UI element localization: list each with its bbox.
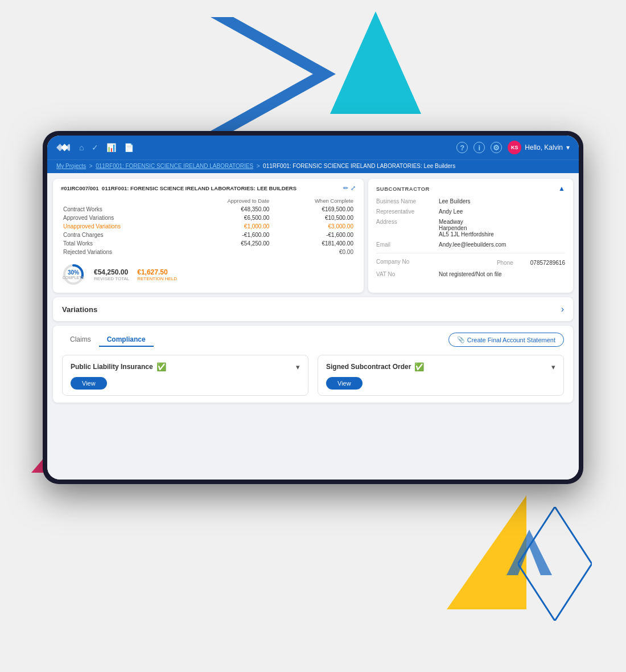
phone-label: Phone bbox=[497, 259, 513, 267]
paperclip-icon: 📎 bbox=[457, 336, 465, 343]
address-value: MeadwayHarpendenAL5 1JL Hertfordshire bbox=[439, 218, 565, 239]
row-complete: €0.00 bbox=[271, 248, 356, 256]
tabs: Claims Compliance bbox=[62, 333, 154, 347]
row-approved: €6,500.00 bbox=[181, 214, 271, 222]
breadcrumb-project[interactable]: 011RF001: FORENSIC SCIENCE IRELAND LABOR… bbox=[96, 163, 253, 169]
contract-footer: 30% COMPLETE €54,250.00 REVISED TOTAL €1… bbox=[61, 262, 356, 287]
subcontractor-title: SUBCONTRACTOR bbox=[376, 186, 430, 192]
compliance-item-chevron-icon[interactable]: ▾ bbox=[296, 363, 300, 371]
app-logo bbox=[56, 143, 70, 152]
table-row: Contra Charges -€1,600.00 -€1,600.00 bbox=[61, 231, 356, 239]
progress-percent: 30% bbox=[63, 269, 85, 276]
compliance-item-title-row: Public Liability Insurance ✅ bbox=[71, 362, 166, 371]
row-complete: -€1,600.00 bbox=[271, 231, 356, 239]
row-label: Total Works bbox=[61, 239, 181, 248]
contract-ref: #01IRC007/001 011RF001: FORENSIC SCIENCE… bbox=[61, 185, 296, 191]
create-final-account-button[interactable]: 📎 Create Final Account Statement bbox=[448, 333, 564, 347]
svg-marker-1 bbox=[330, 11, 421, 114]
device-frame: ⌂ ✓ 📊 📄 ? i ⚙ KS Hello, Kalvin ▾ My Proj… bbox=[43, 131, 583, 484]
progress-label-text: COMPLETE bbox=[63, 276, 85, 280]
settings-icon[interactable]: ⚙ bbox=[491, 142, 502, 153]
user-chevron-icon: ▾ bbox=[566, 144, 570, 151]
tabs-row: Claims Compliance 📎 Create Final Account… bbox=[62, 333, 564, 347]
subcontractor-header: SUBCONTRACTOR ▲ bbox=[376, 185, 565, 192]
col-header-label bbox=[61, 196, 181, 205]
retention-value: €1,627.50 bbox=[137, 268, 177, 276]
row-approved: €1,000.00 bbox=[181, 222, 271, 231]
info-icon[interactable]: i bbox=[473, 142, 485, 153]
revised-total-value: €54,250.00 bbox=[94, 268, 129, 276]
compliance-item-title: Signed Subcontract Order bbox=[326, 363, 411, 371]
expand-icon[interactable]: ⤢ bbox=[351, 185, 356, 192]
representative-value: Andy Lee bbox=[439, 207, 565, 216]
view-public-liability-button[interactable]: View bbox=[71, 377, 107, 390]
phone-value: 07857289616 bbox=[530, 259, 565, 267]
col-header-complete: When Complete bbox=[271, 196, 356, 205]
row-complete: €181,400.00 bbox=[271, 239, 356, 248]
subcontractor-card: SUBCONTRACTOR ▲ Business Name Lee Builde… bbox=[368, 179, 573, 293]
row-label: Contra Charges bbox=[61, 231, 181, 239]
compliance-check-icon: ✅ bbox=[414, 362, 424, 371]
variations-chevron-icon: › bbox=[561, 304, 564, 314]
row-approved: €54,250.00 bbox=[181, 239, 271, 248]
main-content: #01IRC007/001 011RF001: FORENSIC SCIENCE… bbox=[47, 173, 579, 480]
table-row: Contract Works €48,350.00 €169,500.00 bbox=[61, 205, 356, 214]
breadcrumb-my-projects[interactable]: My Projects bbox=[56, 163, 86, 169]
row-label: Contract Works bbox=[61, 205, 181, 214]
compliance-item-header: Signed Subcontract Order ✅ ▾ bbox=[326, 362, 555, 371]
variations-section[interactable]: Variations › bbox=[53, 297, 573, 321]
home-icon[interactable]: ⌂ bbox=[79, 143, 84, 152]
compliance-item-header: Public Liability Insurance ✅ ▾ bbox=[71, 362, 300, 371]
compliance-card: Claims Compliance 📎 Create Final Account… bbox=[53, 326, 573, 403]
svg-marker-8 bbox=[65, 144, 70, 151]
svg-marker-5 bbox=[506, 530, 552, 575]
tab-claims[interactable]: Claims bbox=[62, 333, 99, 347]
compliance-items: Public Liability Insurance ✅ ▾ View Sign… bbox=[62, 355, 564, 396]
address-label: Address bbox=[376, 218, 439, 239]
check-icon[interactable]: ✓ bbox=[92, 143, 98, 152]
chart-icon[interactable]: 📊 bbox=[106, 143, 116, 152]
breadcrumb-current: 011RF001: FORENSIC SCIENCE IRELAND LABOR… bbox=[263, 163, 455, 169]
file-icon[interactable]: 📄 bbox=[124, 143, 134, 152]
table-row: Approved Variations €6,500.00 €10,500.00 bbox=[61, 214, 356, 222]
row-label: Rejected Variations bbox=[61, 248, 181, 256]
user-avatar: KS bbox=[508, 141, 521, 154]
revised-total-label: REVISED TOTAL bbox=[94, 276, 129, 281]
compliance-item-public-liability: Public Liability Insurance ✅ ▾ View bbox=[62, 355, 308, 396]
view-signed-subcontract-button[interactable]: View bbox=[326, 377, 363, 390]
vat-no-label: VAT No bbox=[376, 270, 439, 278]
table-row-total: Total Works €54,250.00 €181,400.00 bbox=[61, 239, 356, 248]
email-label: Email bbox=[376, 240, 439, 249]
help-icon[interactable]: ? bbox=[456, 142, 468, 153]
table-row-rejected: Rejected Variations €0.00 bbox=[61, 248, 356, 256]
col-header-approved: Approved to Date bbox=[181, 196, 271, 205]
business-name-label: Business Name bbox=[376, 197, 439, 206]
svg-marker-0 bbox=[211, 17, 336, 131]
revised-total-stat: €54,250.00 REVISED TOTAL bbox=[94, 268, 129, 281]
vat-no-value: Not registered/Not on file bbox=[439, 270, 565, 278]
user-menu[interactable]: KS Hello, Kalvin ▾ bbox=[508, 141, 570, 154]
top-nav: ⌂ ✓ 📊 📄 ? i ⚙ KS Hello, Kalvin ▾ bbox=[47, 136, 579, 159]
company-no-value: Phone 07857289616 bbox=[439, 257, 565, 268]
nav-right: ? i ⚙ KS Hello, Kalvin ▾ bbox=[456, 141, 570, 154]
tab-compliance[interactable]: Compliance bbox=[99, 333, 154, 347]
compliance-item-chevron-icon[interactable]: ▾ bbox=[551, 363, 555, 371]
device-screen: ⌂ ✓ 📊 📄 ? i ⚙ KS Hello, Kalvin ▾ My Proj… bbox=[47, 136, 579, 480]
row-approved: -€1,600.00 bbox=[181, 231, 271, 239]
row-complete: €10,500.00 bbox=[271, 214, 356, 222]
row-complete: €169,500.00 bbox=[271, 205, 356, 214]
row-complete: €3,000.00 bbox=[271, 222, 356, 231]
contract-header: #01IRC007/001 011RF001: FORENSIC SCIENCE… bbox=[61, 185, 356, 192]
compliance-item-signed-subcontract: Signed Subcontract Order ✅ ▾ View bbox=[318, 355, 564, 396]
breadcrumb: My Projects > 011RF001: FORENSIC SCIENCE… bbox=[47, 159, 579, 173]
contract-card: #01IRC007/001 011RF001: FORENSIC SCIENCE… bbox=[53, 179, 364, 293]
edit-icon[interactable]: ✏ bbox=[343, 185, 348, 192]
collapse-icon[interactable]: ▲ bbox=[558, 185, 565, 192]
compliance-item-title: Public Liability Insurance bbox=[71, 363, 153, 371]
row-label: Unapproved Variations bbox=[61, 222, 181, 231]
contract-edit-icons: ✏ ⤢ bbox=[343, 185, 356, 192]
row-approved: €48,350.00 bbox=[181, 205, 271, 214]
email-value: Andy.lee@leebuilders.com bbox=[439, 240, 565, 249]
business-name-value: Lee Builders bbox=[439, 197, 565, 206]
nav-icons: ⌂ ✓ 📊 📄 bbox=[79, 143, 134, 152]
